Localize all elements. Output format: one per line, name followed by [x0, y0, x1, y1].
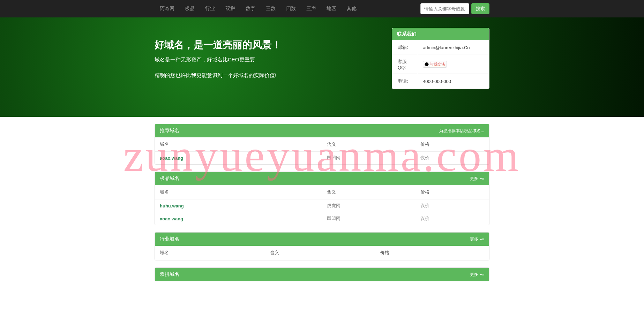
panel-title: 极品域名: [160, 175, 179, 182]
col-header-meaning: 含义: [322, 185, 415, 199]
nav-item-premium[interactable]: 极品: [180, 0, 200, 17]
contact-row-qq: 客服QQ: 与我交谈: [393, 55, 488, 74]
hero-text: 好域名，是一道亮丽的风景！ 域名是一种无形资产，好域名比CEO更重要 精明的您也…: [155, 28, 381, 89]
contact-panel: 联系我们 邮箱: admin@lanrenzhijia.Cn 客服QQ: 与我交…: [392, 28, 489, 89]
nav-search: 搜索: [420, 3, 489, 14]
domain-link[interactable]: aoao.wang: [160, 156, 183, 161]
domain-link[interactable]: huhu.wang: [160, 203, 184, 208]
qq-icon: [425, 62, 429, 67]
contact-row-phone: 电话: 4000-000-000: [393, 75, 488, 88]
nav-item-home[interactable]: 阿奇网: [155, 0, 180, 17]
panel-title: 双拼域名: [160, 271, 179, 278]
col-header-price: 价格: [415, 137, 489, 152]
domain-price: 议价: [415, 199, 489, 212]
panel-more-link[interactable]: 为您推荐本店极品域名...: [439, 128, 484, 134]
domain-price: 议价: [415, 212, 489, 225]
contact-label: 电话:: [393, 75, 417, 88]
panel-more-link[interactable]: 更多 »»: [470, 272, 484, 278]
nav-item-industry[interactable]: 行业: [200, 0, 220, 17]
col-header-meaning: 含义: [322, 137, 415, 152]
panel-more-link[interactable]: 更多 »»: [470, 236, 484, 242]
table-row: huhu.wang 虎虎网 议价: [155, 199, 489, 212]
nav-item-three-number[interactable]: 三数: [261, 0, 281, 17]
panel-title: 行业域名: [160, 236, 179, 242]
contact-value: 4000-000-000: [418, 75, 488, 88]
nav-item-three-sound[interactable]: 三声: [301, 0, 321, 17]
navbar: 阿奇网 极品 行业 双拼 数字 三数 四数 三声 地区 其他 搜索: [0, 0, 644, 17]
main-content: 推荐域名 为您推荐本店极品域名... 域名 含义 价格 aoao.wang 凹凹…: [0, 117, 644, 302]
contact-header: 联系我们: [392, 28, 489, 40]
col-header-domain: 域名: [155, 185, 322, 199]
hero-section: 好域名，是一道亮丽的风景！ 域名是一种无形资产，好域名比CEO更重要 精明的您也…: [0, 17, 644, 117]
contact-row-email: 邮箱: admin@lanrenzhijia.Cn: [393, 41, 488, 54]
col-header-domain: 域名: [155, 137, 322, 152]
contact-label: 邮箱:: [393, 41, 417, 54]
table-row: aoao.wang 凹凹网 议价: [155, 152, 489, 165]
hero-tagline: 精明的您也许比我更能意识到一个好域名的实际价值!: [155, 71, 381, 79]
search-input[interactable]: [420, 3, 469, 14]
contact-value: admin@lanrenzhijia.Cn: [418, 41, 488, 54]
search-button[interactable]: 搜索: [471, 3, 489, 14]
nav-links: 阿奇网 极品 行业 双拼 数字 三数 四数 三声 地区 其他: [155, 0, 362, 17]
col-header-price: 价格: [415, 185, 489, 199]
col-header-meaning: 含义: [265, 246, 375, 260]
nav-item-region[interactable]: 地区: [321, 0, 342, 17]
nav-item-four-number[interactable]: 四数: [281, 0, 301, 17]
col-header-price: 价格: [375, 246, 489, 260]
domain-meaning: 凹凹网: [322, 152, 415, 165]
hero-subtitle: 域名是一种无形资产，好域名比CEO更重要: [155, 56, 381, 64]
contact-label: 客服QQ:: [393, 55, 417, 74]
panel-recommended: 推荐域名 为您推荐本店极品域名... 域名 含义 价格 aoao.wang 凹凹…: [155, 124, 489, 165]
domain-meaning: 凹凹网: [322, 212, 415, 225]
nav-item-number[interactable]: 数字: [240, 0, 261, 17]
domain-meaning: 虎虎网: [322, 199, 415, 212]
nav-item-shuangpin[interactable]: 双拼: [220, 0, 240, 17]
hero-title: 好域名，是一道亮丽的风景！: [155, 38, 381, 52]
domain-link[interactable]: aoao.wang: [160, 216, 183, 221]
panel-premium: 极品域名 更多 »» 域名 含义 价格 huhu.wang 虎虎网 议价 aoa…: [155, 172, 489, 225]
panel-shuangpin: 双拼域名 更多 »»: [155, 267, 489, 281]
nav-item-other[interactable]: 其他: [342, 0, 362, 17]
qq-text: 与我交谈: [430, 62, 445, 67]
panel-title: 推荐域名: [160, 128, 179, 134]
col-header-domain: 域名: [155, 246, 265, 260]
panel-industry: 行业域名 更多 »» 域名 含义 价格: [155, 232, 489, 260]
table-row: aoao.wang 凹凹网 议价: [155, 212, 489, 225]
domain-price: 议价: [415, 152, 489, 165]
panel-more-link[interactable]: 更多 »»: [470, 176, 484, 182]
qq-chat-button[interactable]: 与我交谈: [423, 61, 447, 68]
